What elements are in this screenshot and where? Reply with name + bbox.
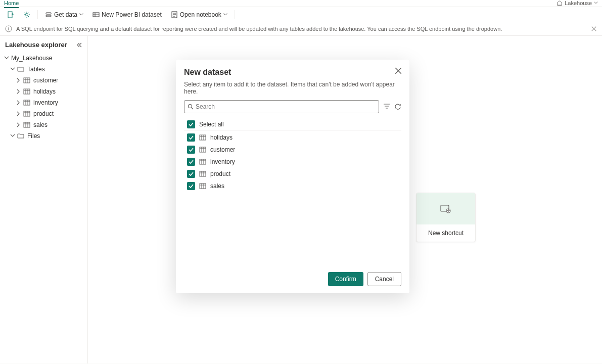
confirm-button[interactable]: Confirm (328, 272, 363, 286)
dataset-item-row[interactable]: sales (184, 180, 401, 192)
select-all-label: Select all (199, 121, 224, 128)
search-input-wrapper[interactable] (184, 100, 379, 113)
item-checkbox[interactable] (187, 158, 195, 166)
item-checkbox[interactable] (187, 170, 195, 178)
search-icon (188, 104, 194, 110)
dialog-search-row (184, 100, 401, 113)
search-input[interactable] (196, 103, 376, 110)
item-label: holidays (210, 134, 233, 141)
refresh-button[interactable] (394, 103, 401, 110)
dialog-subtitle: Select any item to add it to the dataset… (184, 81, 401, 95)
table-icon (199, 170, 206, 177)
dialog-item-list: Select all holidayscustomerinventoryprod… (184, 118, 401, 267)
dataset-item-row[interactable]: customer (184, 144, 401, 156)
item-checkbox[interactable] (187, 146, 195, 154)
dialog-footer: Confirm Cancel (184, 272, 401, 286)
select-all-checkbox[interactable] (187, 120, 195, 128)
new-dataset-dialog: New dataset Select any item to add it to… (176, 60, 409, 293)
dataset-item-row[interactable]: product (184, 168, 401, 180)
dialog-close-button[interactable] (394, 67, 402, 75)
item-checkbox[interactable] (187, 133, 195, 142)
table-icon (199, 146, 206, 153)
item-label: inventory (210, 158, 235, 165)
item-checkbox[interactable] (187, 182, 195, 190)
table-icon (199, 183, 206, 190)
dialog-title: New dataset (184, 68, 401, 77)
item-label: product (210, 170, 230, 177)
table-icon (199, 134, 206, 141)
dataset-item-row[interactable]: holidays (184, 131, 401, 144)
dataset-item-row[interactable]: inventory (184, 156, 401, 168)
filter-button[interactable] (383, 103, 390, 110)
cancel-button[interactable]: Cancel (367, 272, 401, 286)
modal-overlay: New dataset Select any item to add it to… (0, 0, 602, 364)
table-icon (199, 158, 206, 165)
item-label: customer (210, 146, 235, 153)
select-all-row[interactable]: Select all (184, 118, 401, 130)
item-label: sales (210, 183, 224, 190)
